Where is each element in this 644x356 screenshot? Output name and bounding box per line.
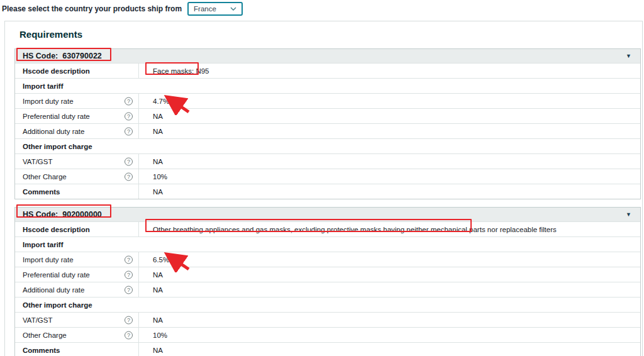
hs-code-table-902000000: HS Code: 902000000 ▼ Hscode description … [14, 207, 641, 356]
row-value: NA [139, 109, 640, 123]
row-label: VAT/GST [23, 158, 53, 165]
row-value: 10% [139, 169, 640, 184]
section-label: Import tariff [15, 79, 640, 93]
table-row: VAT/GST ? NA [15, 153, 640, 169]
row-value: NA [139, 313, 640, 327]
table-row: VAT/GST ? NA [15, 312, 640, 327]
help-icon[interactable]: ? [125, 172, 133, 181]
section-row: Other import charge [15, 297, 640, 312]
help-icon[interactable]: ? [125, 255, 133, 264]
help-icon[interactable]: ? [125, 112, 133, 120]
row-value: NA [139, 154, 640, 169]
row-value: NA [139, 124, 640, 138]
hs-code-table-630790022: HS Code: 630790022 ▼ Hscode description … [14, 48, 641, 199]
row-label: Comments [15, 184, 139, 199]
table-row: Hscode description Face masks: N95 [15, 63, 640, 78]
row-label: Import duty rate [23, 256, 74, 264]
help-icon[interactable]: ? [125, 97, 133, 105]
table-row: Comments NA [15, 342, 640, 356]
collapse-caret-icon[interactable]: ▼ [626, 212, 631, 218]
row-label: Preferential duty rate [23, 113, 90, 120]
hs-code-value: 902000000 [62, 210, 102, 219]
hs-code-value: 630790022 [62, 52, 102, 60]
hs-code-label: HS Code: [23, 52, 58, 60]
table-row: Hscode description Other breathing appli… [15, 221, 640, 236]
row-value: NA [139, 282, 640, 297]
table-row: Additional duty rate ? NA [15, 123, 640, 138]
row-label: Other Charge [23, 331, 67, 339]
section-row: Other import charge [15, 138, 640, 153]
row-label: Comments [15, 343, 139, 356]
row-label: Other Charge [23, 173, 67, 181]
table-row: Comments NA [15, 184, 640, 199]
hs-code-header[interactable]: HS Code: 630790022 ▼ [15, 49, 640, 63]
section-label: Import tariff [15, 237, 640, 252]
table-row: Other Charge ? 10% [15, 327, 640, 342]
table-row: Preferential duty rate ? NA [15, 108, 640, 123]
row-value: NA [139, 343, 640, 356]
row-value: NA [139, 267, 640, 282]
row-value: Other breathing appliances and gas masks… [139, 222, 640, 236]
row-label: Preferential duty rate [23, 271, 90, 279]
row-label: VAT/GST [23, 316, 53, 324]
chevron-down-icon [230, 7, 236, 11]
row-label: Hscode description [15, 222, 139, 236]
table-row: Additional duty rate ? NA [15, 282, 640, 297]
section-label: Other import charge [15, 139, 640, 153]
row-label: Hscode description [15, 64, 139, 78]
hs-code-header[interactable]: HS Code: 902000000 ▼ [15, 208, 640, 221]
table-row: Import duty rate ? 6.5% [15, 252, 640, 267]
table-row: Import duty rate ? 4.7% [15, 93, 640, 108]
row-value: NA [139, 184, 640, 199]
ship-from-bar: Please select the country your products … [2, 2, 243, 16]
hs-code-label: HS Code: [23, 210, 58, 219]
help-icon[interactable]: ? [125, 331, 133, 339]
row-value: 10% [139, 328, 640, 342]
requirements-panel: Requirements HS Code: 630790022 ▼ Hscode… [4, 21, 643, 356]
row-label: Additional duty rate [23, 128, 84, 135]
row-value: 6.5% [139, 252, 640, 267]
help-icon[interactable]: ? [125, 157, 133, 165]
help-icon[interactable]: ? [125, 316, 133, 324]
country-select-value: France [194, 5, 216, 13]
country-select[interactable]: France [187, 2, 243, 16]
section-row: Import tariff [15, 236, 640, 252]
row-value: Face masks: N95 [139, 64, 640, 78]
collapse-caret-icon[interactable]: ▼ [626, 53, 631, 59]
table-row: Preferential duty rate ? NA [15, 267, 640, 282]
table-row: Other Charge ? 10% [15, 169, 640, 184]
page-title: Requirements [19, 29, 642, 40]
help-icon[interactable]: ? [125, 270, 133, 279]
row-value: 4.7% [139, 94, 640, 108]
help-icon[interactable]: ? [125, 286, 133, 294]
row-label: Import duty rate [23, 97, 74, 105]
ship-from-label: Please select the country your products … [2, 4, 182, 13]
row-label: Additional duty rate [23, 286, 84, 294]
section-label: Other import charge [15, 298, 640, 312]
help-icon[interactable]: ? [125, 127, 133, 135]
section-row: Import tariff [15, 78, 640, 93]
